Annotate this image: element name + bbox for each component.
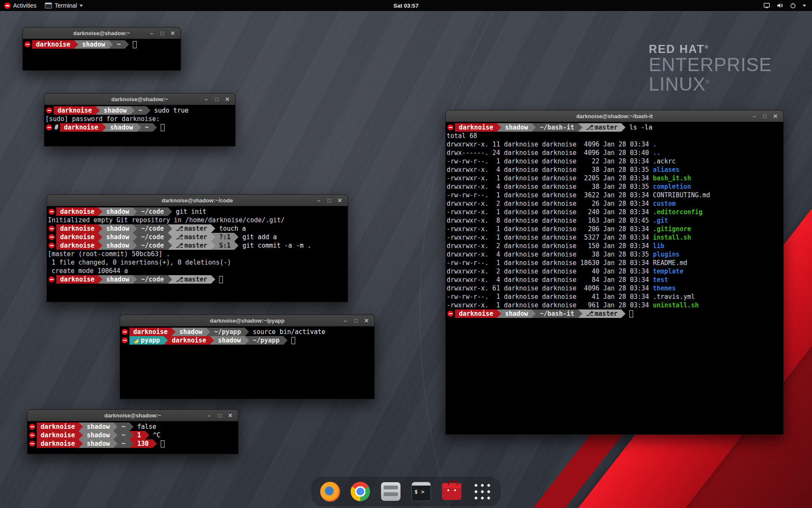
redhat-prompt-icon [46, 124, 52, 130]
window-titlebar[interactable]: darknoise@shadow:~/code–□✕ [47, 195, 348, 206]
prompt-segment-host: shadow [102, 241, 133, 250]
window-titlebar[interactable]: darknoise@shadow:~/bash-it–□✕ [446, 110, 783, 122]
minimize-button[interactable]: – [313, 195, 324, 206]
window-titlebar[interactable]: darknoise@shadow:~–□✕ [27, 410, 238, 421]
powerline-arrow-icon [98, 233, 102, 241]
maximize-button[interactable]: □ [351, 315, 361, 326]
prompt-segment-user: darknoise [32, 40, 74, 49]
close-button[interactable]: ✕ [222, 94, 233, 105]
powerline-arrow-icon [168, 275, 172, 284]
powerline-arrow-icon [113, 422, 118, 431]
dock-item-terminal[interactable]: $ > [410, 480, 432, 502]
redhat-prompt-icon [49, 209, 55, 215]
maximize-button[interactable]: □ [157, 28, 167, 39]
prompt-segment-user: darknoise [37, 431, 79, 439]
maximize-button[interactable]: □ [760, 110, 770, 122]
dock-item-chrome[interactable] [349, 480, 371, 502]
terminal-content[interactable]: darknoiseshadow~falsedarknoiseshadow~1^C… [27, 421, 238, 454]
ls-filename: test [653, 276, 668, 284]
minimize-button[interactable]: – [204, 410, 214, 421]
dock-item-grid[interactable] [471, 480, 493, 502]
powerline-arrow-icon [130, 106, 134, 115]
window-title: darknoise@shadow:~/code [47, 197, 348, 204]
prompt-segment-path: ~/pyapp [249, 336, 283, 345]
clock[interactable]: Sat 03:57 [393, 3, 418, 9]
redhat-prompt-icon [46, 108, 52, 113]
minimize-button[interactable]: – [201, 94, 211, 105]
powerline-arrow-icon [168, 224, 172, 233]
powerline-arrow-icon [168, 241, 172, 250]
close-button[interactable]: ✕ [225, 410, 236, 421]
firefox-icon [320, 482, 340, 502]
terminal-content[interactable]: darknoiseshadow~/codegit initInitialized… [47, 206, 348, 302]
system-status-area[interactable] [763, 2, 812, 9]
ls-filename: .. [653, 149, 661, 157]
maximize-button[interactable]: □ [324, 195, 335, 206]
prompt-segment-host: shadow [100, 106, 130, 115]
branch-icon: ⎇ [176, 242, 183, 249]
ls-filename: uninstall.sh [653, 301, 699, 309]
terminal-content[interactable]: darknoiseshadow~/bash-it⎇masterls -latot… [446, 122, 783, 434]
close-button[interactable]: ✕ [335, 195, 345, 206]
prompt-segment-path: ~/bash-it [536, 309, 578, 318]
prompt-segment-path: ~ [141, 123, 153, 132]
close-button[interactable]: ✕ [361, 315, 372, 326]
command-text: touch a [219, 225, 246, 232]
dock-item-files[interactable] [380, 480, 402, 502]
ls-meta: drwxrwxr-x. 2 darknoise darknoise 40 Jan… [447, 268, 653, 275]
prompt-segment-git: ⎇master [582, 309, 621, 318]
terminal-prompt-line: darknoiseshadow~/bash-it⎇masterls -la [447, 123, 782, 132]
ls-meta: -rw-rw-r--. 1 darknoise darknoise 18630 … [447, 259, 653, 267]
minimize-button[interactable]: – [146, 28, 157, 39]
prompt-segment-host: shadow [83, 439, 113, 448]
window-titlebar[interactable]: darknoise@shadow:~–□✕ [23, 28, 181, 39]
prompt-segment-path: ~ [118, 439, 129, 448]
minimize-button[interactable]: – [340, 315, 351, 326]
powerline-arrow-icon [96, 106, 100, 115]
ls-meta: -rw-rw-r--. 1 darknoise darknoise 22 Jan… [447, 157, 653, 165]
terminal-output-line: drwxrwxr-x. 11 darknoise darknoise 4096 … [447, 140, 782, 149]
terminal-output-line: drwxrwxr-x. 61 darknoise darknoise 4096 … [447, 284, 782, 293]
prompt-segment-host: shadow [176, 328, 206, 336]
maximize-button[interactable]: □ [211, 94, 222, 105]
window-titlebar[interactable]: darknoise@shadow:~–□✕ [44, 94, 235, 105]
powerline-arrow-icon [210, 336, 214, 345]
terminal-content[interactable]: darknoiseshadow~ [23, 39, 181, 70]
prompt-segment-host: shadow [214, 336, 244, 345]
close-button[interactable]: ✕ [770, 110, 781, 122]
window-titlebar[interactable]: darknoise@shadow:~/pyapp–□✕ [120, 315, 374, 326]
terminal-cursor [629, 310, 633, 318]
redhat-prompt-icon [122, 329, 128, 335]
command-text: sudo true [154, 107, 189, 114]
ls-filename: README.md [653, 259, 687, 267]
chevron-down-icon [803, 5, 806, 7]
prompt-segment-host: shadow [83, 431, 113, 439]
prompt-segment-host: shadow [501, 123, 532, 132]
prompt-segment-host: shadow [102, 275, 133, 284]
prompt-segment-host: shadow [102, 233, 133, 241]
prompt-segment-path: ~/code [137, 275, 167, 284]
prompt-segment-path: ~/code [137, 233, 167, 241]
dock-item-firefox[interactable] [319, 480, 341, 502]
redhat-logo-icon [4, 3, 11, 9]
ls-filename: .travis.yml [653, 293, 695, 301]
powerline-arrow-icon [98, 224, 102, 233]
terminal-prompt-line: darknoiseshadow~ [24, 40, 180, 49]
terminal-content[interactable]: darknoiseshadow~sudo true[sudo] password… [44, 105, 235, 146]
powerline-arrow-icon [79, 422, 83, 431]
redhat-prompt-icon [447, 124, 453, 130]
terminal-output-line: drwxrwxr-x. 2 darknoise darknoise 26 Jan… [447, 199, 782, 208]
activities-button[interactable]: Activities [0, 0, 41, 11]
prompt-segment-host: shadow [102, 207, 133, 216]
prompt-segment-path: ~/bash-it [536, 123, 578, 132]
python-icon [133, 338, 139, 343]
powerline-arrow-icon [129, 439, 134, 448]
app-menu-terminal[interactable]: Terminal [41, 0, 87, 11]
powerline-arrow-icon [171, 328, 176, 336]
terminal-content[interactable]: darknoiseshadow~/pyappsource bin/activat… [120, 326, 374, 399]
maximize-button[interactable]: □ [214, 410, 225, 421]
powerline-arrow-icon [532, 123, 536, 132]
dock-item-toolbox[interactable] [441, 480, 463, 502]
close-button[interactable]: ✕ [167, 28, 178, 39]
minimize-button[interactable]: – [749, 110, 760, 122]
